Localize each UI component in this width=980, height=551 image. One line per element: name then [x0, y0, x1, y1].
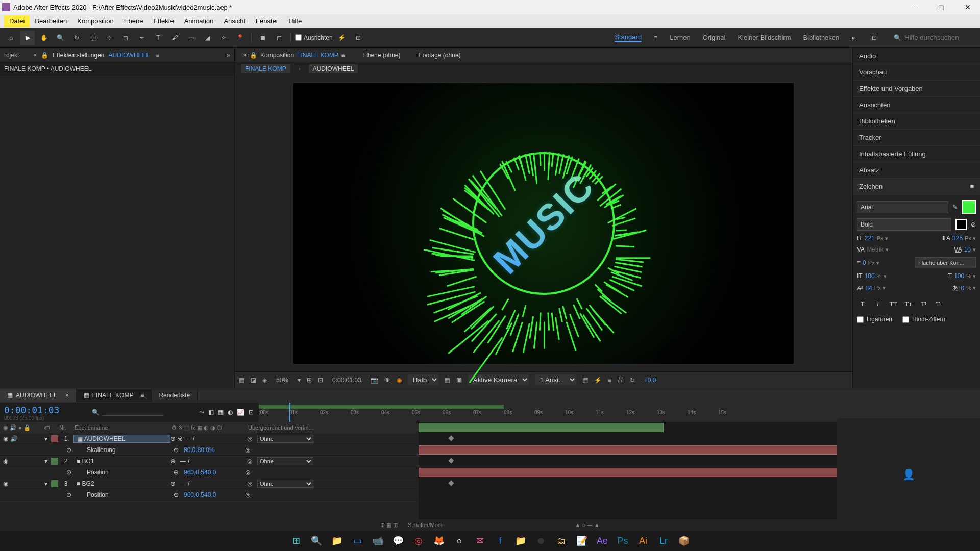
menu-animation[interactable]: Animation [179, 15, 219, 27]
show-snapshot-icon[interactable]: 👁 [384, 377, 390, 384]
menu-bearbeiten[interactable]: Bearbeiten [30, 15, 72, 27]
selection-tool[interactable]: ▶ [20, 31, 35, 45]
workspace-kleiner[interactable]: Kleiner Bildschirm [738, 34, 791, 41]
workspace-more-icon[interactable]: » [851, 34, 855, 41]
breadcrumb-child[interactable]: AUDIOWHEEL [309, 64, 358, 73]
anchor-tool[interactable]: ⊹ [102, 31, 116, 45]
taskbar-app-7[interactable]: 🦊 [431, 533, 447, 549]
taskbar-app-14[interactable]: 📝 [574, 533, 590, 549]
shape-tool[interactable]: ◻ [118, 31, 133, 45]
zoom-tool[interactable]: 🔍 [53, 31, 67, 45]
taskbar-app-10[interactable]: f [492, 533, 508, 549]
tracking-value[interactable]: 10 [964, 246, 971, 253]
taskbar-app-0[interactable]: ⊞ [288, 533, 304, 549]
panel-inhalt[interactable]: Inhaltsbasierte Füllung [853, 146, 980, 162]
exposure-value[interactable]: +0,0 [641, 375, 659, 385]
fill-over-select[interactable]: Fläche über Kon... [915, 257, 976, 268]
flowchart-icon[interactable]: 品 [618, 375, 624, 384]
camera-select[interactable]: Aktive Kamera [468, 374, 529, 385]
timeline-icon[interactable]: ≡ [608, 377, 611, 384]
eraser-tool[interactable]: ◢ [200, 31, 214, 45]
frame-blend-icon[interactable]: ▦ [218, 409, 224, 416]
motion-blur-icon[interactable]: ◐ [228, 409, 233, 416]
workspace-lernen[interactable]: Lernen [670, 34, 690, 41]
transparency-toggle-icon[interactable]: ⊡ [249, 409, 254, 416]
taskbar-app-13[interactable]: 🗂 [553, 533, 570, 549]
taskbar-app-16[interactable]: Ps [615, 533, 631, 549]
tsume-value[interactable]: 0 [961, 285, 964, 292]
taskbar-app-18[interactable]: Lr [655, 533, 672, 549]
taskbar-app-19[interactable]: 📦 [676, 533, 692, 549]
panel-ausrichten[interactable]: Ausrichten [853, 97, 980, 113]
fill-icon[interactable]: ◼ [256, 31, 270, 45]
snap-option[interactable]: ⊡ [351, 31, 365, 45]
panel-tracker[interactable]: Tracker [853, 130, 980, 146]
graph-editor-icon[interactable]: 📈 [237, 409, 244, 416]
panel-absatz[interactable]: Absatz [853, 162, 980, 179]
text-tool[interactable]: T [151, 31, 165, 45]
stroke-swatch[interactable] [955, 219, 967, 230]
views-select[interactable]: 1 Ansi... [535, 374, 576, 385]
menu-komposition[interactable]: Komposition [72, 15, 119, 27]
share-button[interactable]: ⊡ [867, 31, 881, 45]
layer-bar[interactable] [419, 423, 664, 432]
expand-icon[interactable]: » [227, 52, 230, 59]
effect-settings-label[interactable]: Effekteinstellungen [53, 52, 104, 59]
ligatures-checkbox[interactable] [857, 316, 864, 323]
home-tool[interactable]: ⌂ [4, 31, 18, 45]
taskbar-app-15[interactable]: Ae [594, 533, 610, 549]
mask-icon[interactable]: ◪ [251, 377, 256, 384]
taskbar-app-17[interactable]: Ai [635, 533, 651, 549]
hindi-checkbox[interactable] [902, 316, 909, 323]
footage-tab[interactable]: Footage (ohne) [415, 49, 465, 61]
project-tab[interactable]: rojekt [4, 52, 19, 59]
weight-select[interactable]: Bold [857, 218, 951, 231]
workspace-original[interactable]: Original [703, 34, 726, 41]
timeline-tab-audiowheel[interactable]: ▦AUDIOWHEEL× [0, 389, 77, 402]
ausrichten-checkbox[interactable] [295, 34, 302, 41]
baseline-value[interactable]: 34 [865, 285, 872, 292]
superscript-button[interactable]: T¹ [918, 298, 929, 310]
taskbar-app-4[interactable]: 📹 [370, 533, 386, 549]
layer-row[interactable]: ◉ ▾ 2 ■ BG1 ⊕—/ ◎ Ohne [0, 456, 419, 467]
panel-menu-icon[interactable]: ≡ [341, 52, 345, 59]
menu-ansicht[interactable]: Ansicht [218, 15, 251, 27]
viewer[interactable]: MUSIC [235, 76, 852, 371]
menu-effekte[interactable]: Effekte [148, 15, 179, 27]
snapshot-icon[interactable]: 📷 [371, 377, 378, 384]
font-size[interactable]: 221 [865, 235, 875, 242]
help-search-input[interactable] [904, 34, 976, 41]
menu-hilfe[interactable]: Hilfe [283, 15, 307, 27]
transparency-icon[interactable]: ▦ [445, 377, 450, 384]
layer-row[interactable]: ◉🔊 ▾ 1 ▦ AUDIOWHEEL ⊕※—/ ◎ Ohne [0, 433, 419, 444]
channel-icon[interactable]: ◈ [262, 377, 267, 384]
comp-mini-flow-icon[interactable]: ⤳ [199, 409, 204, 416]
timeline-tab-finale[interactable]: ▦FINALE KOMP≡ [77, 389, 152, 402]
crop-icon[interactable]: ⊡ [318, 377, 323, 384]
hand-tool[interactable]: ✋ [37, 31, 51, 45]
puppet-tool[interactable]: 📍 [233, 31, 247, 45]
taskbar-app-11[interactable]: 📁 [512, 533, 529, 549]
pixel-aspect-icon[interactable]: ▤ [582, 377, 588, 384]
subscript-button[interactable]: T₁ [934, 298, 945, 310]
color-icon[interactable]: ◉ [397, 377, 402, 384]
workspace-standard[interactable]: Standard [615, 33, 642, 42]
clone-tool[interactable]: ▭ [184, 31, 198, 45]
taskbar-app-1[interactable]: 🔍 [308, 533, 325, 549]
stroke-width[interactable]: 0 [863, 259, 866, 266]
rotate-tool[interactable]: ↻ [69, 31, 84, 45]
maximize-button[interactable]: ◻ [931, 1, 951, 13]
caps-button[interactable]: TT [888, 298, 899, 310]
time-display[interactable]: 0:00:01:03 [329, 375, 364, 385]
panel-vorschau[interactable]: Vorschau [853, 64, 980, 81]
font-select[interactable]: Arial [857, 201, 948, 213]
brush-tool[interactable]: 🖌 [167, 31, 182, 45]
no-color-icon[interactable]: ⊘ [971, 221, 976, 228]
vscale-value[interactable]: 100 [865, 272, 875, 280]
roto-tool[interactable]: ✧ [216, 31, 231, 45]
close-button[interactable]: ✕ [958, 1, 978, 13]
composition-tab[interactable]: × 🔒 Komposition FINALE KOMP ≡ [239, 49, 349, 61]
property-row[interactable]: ⊙ Position ⊖ 960,0,540,0 ◎ [0, 489, 419, 500]
taskbar-app-6[interactable]: ◎ [410, 533, 427, 549]
italic-button[interactable]: T [872, 298, 884, 310]
